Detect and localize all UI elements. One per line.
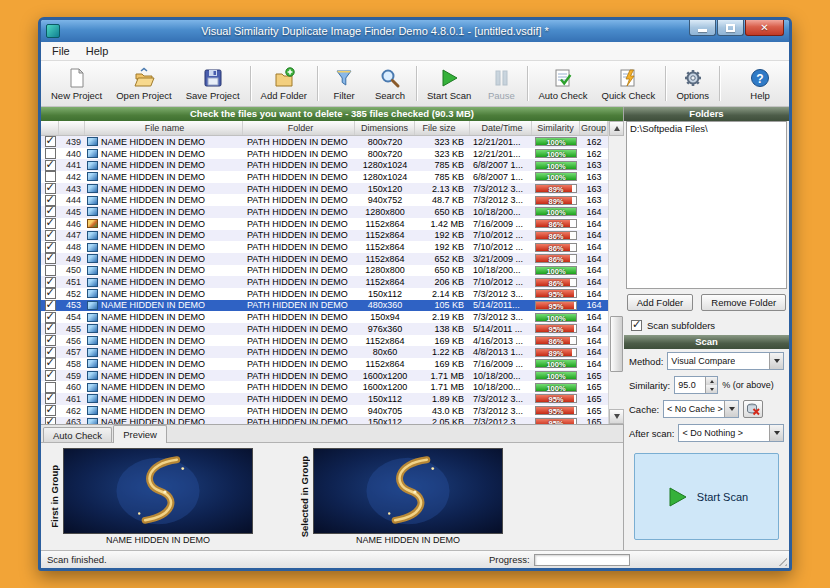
row-checkbox[interactable]	[45, 277, 56, 288]
table-row[interactable]: 450 NAME HIDDEN IN DEMO PATH HIDDEN IN D…	[41, 265, 608, 277]
auto-check-button[interactable]: Auto Check	[531, 62, 594, 105]
column-checkbox[interactable]	[41, 121, 59, 135]
row-checkbox[interactable]	[45, 347, 56, 358]
row-checkbox[interactable]	[45, 312, 56, 323]
resize-grip[interactable]	[775, 554, 787, 566]
column-index[interactable]	[59, 121, 85, 135]
column-date-time[interactable]: Date/Time	[470, 121, 532, 135]
table-row[interactable]: 441 NAME HIDDEN IN DEMO PATH HIDDEN IN D…	[41, 159, 608, 171]
row-checkbox[interactable]	[45, 171, 56, 182]
help-button[interactable]: ? Help	[737, 62, 783, 105]
save-project-button[interactable]: Save Project	[179, 62, 247, 105]
column-dimensions[interactable]: Dimensions	[355, 121, 415, 135]
chevron-down-icon[interactable]	[724, 401, 738, 417]
row-checkbox[interactable]	[45, 417, 56, 424]
table-row[interactable]: 456 NAME HIDDEN IN DEMO PATH HIDDEN IN D…	[41, 335, 608, 347]
open-project-button[interactable]: Open Project	[109, 62, 178, 105]
similarity-stepper[interactable]: 95.0	[674, 376, 718, 394]
table-row[interactable]: 442 NAME HIDDEN IN DEMO PATH HIDDEN IN D…	[41, 171, 608, 183]
row-checkbox[interactable]	[45, 206, 56, 217]
maximize-button[interactable]	[717, 20, 744, 36]
tab-auto-check[interactable]: Auto Check	[43, 427, 112, 442]
similarity-input[interactable]: 95.0	[675, 377, 705, 393]
table-row[interactable]: 462 NAME HIDDEN IN DEMO PATH HIDDEN IN D…	[41, 405, 608, 417]
start-scan-toolbar-button[interactable]: Start Scan	[420, 62, 478, 105]
table-row[interactable]: 459 NAME HIDDEN IN DEMO PATH HIDDEN IN D…	[41, 370, 608, 382]
folder-item[interactable]: D:\Softpedia Files\	[627, 122, 786, 135]
row-checkbox[interactable]	[45, 370, 56, 381]
row-checkbox[interactable]	[45, 405, 56, 416]
scrollbar-thumb[interactable]	[610, 316, 623, 372]
table-row[interactable]: 439 NAME HIDDEN IN DEMO PATH HIDDEN IN D…	[41, 136, 608, 148]
close-button[interactable]: ✕	[745, 20, 784, 36]
table-row[interactable]: 444 NAME HIDDEN IN DEMO PATH HIDDEN IN D…	[41, 194, 608, 206]
table-row[interactable]: 455 NAME HIDDEN IN DEMO PATH HIDDEN IN D…	[41, 323, 608, 335]
table-row[interactable]: 452 NAME HIDDEN IN DEMO PATH HIDDEN IN D…	[41, 288, 608, 300]
row-checkbox[interactable]	[45, 136, 56, 147]
new-project-button[interactable]: New Project	[44, 62, 109, 105]
row-checkbox[interactable]	[45, 242, 56, 253]
method-dropdown[interactable]: Visual Compare	[667, 352, 784, 370]
scan-subfolders-checkbox[interactable]	[631, 320, 642, 331]
table-row[interactable]: 440 NAME HIDDEN IN DEMO PATH HIDDEN IN D…	[41, 148, 608, 160]
start-scan-button[interactable]: Start Scan	[634, 453, 779, 540]
column-file-name[interactable]: File name	[85, 121, 243, 135]
row-checkbox[interactable]	[45, 358, 56, 369]
row-checkbox[interactable]	[45, 335, 56, 346]
table-row[interactable]: 460 NAME HIDDEN IN DEMO PATH HIDDEN IN D…	[41, 381, 608, 393]
tab-preview[interactable]: Preview	[113, 425, 167, 443]
table-row[interactable]: 458 NAME HIDDEN IN DEMO PATH HIDDEN IN D…	[41, 358, 608, 370]
folder-list[interactable]: D:\Softpedia Files\	[626, 121, 787, 289]
table-scrollbar[interactable]	[608, 121, 624, 424]
chevron-down-icon[interactable]	[769, 425, 783, 441]
row-checkbox[interactable]	[45, 288, 56, 299]
row-checkbox[interactable]	[45, 253, 56, 264]
row-checkbox[interactable]	[45, 183, 56, 194]
quick-check-button[interactable]: Quick Check	[595, 62, 663, 105]
table-row[interactable]: 451 NAME HIDDEN IN DEMO PATH HIDDEN IN D…	[41, 276, 608, 288]
scrollbar-track[interactable]	[609, 136, 624, 409]
row-checkbox[interactable]	[45, 265, 56, 276]
row-checkbox[interactable]	[45, 160, 56, 171]
chevron-down-icon[interactable]	[769, 353, 783, 369]
after-scan-dropdown[interactable]: < Do Nothing >	[678, 424, 784, 442]
search-button[interactable]: Search	[367, 62, 413, 105]
remove-folder-button[interactable]: Remove Folder	[701, 294, 786, 311]
table-row[interactable]: 443 NAME HIDDEN IN DEMO PATH HIDDEN IN D…	[41, 183, 608, 195]
column-group[interactable]: Group	[580, 121, 608, 135]
table-row[interactable]: 461 NAME HIDDEN IN DEMO PATH HIDDEN IN D…	[41, 393, 608, 405]
row-checkbox[interactable]	[45, 382, 56, 393]
minimize-button[interactable]	[689, 20, 716, 36]
table-row[interactable]: 446 NAME HIDDEN IN DEMO PATH HIDDEN IN D…	[41, 218, 608, 230]
stepper-up-button[interactable]	[706, 377, 717, 385]
column-file-size[interactable]: File size	[415, 121, 470, 135]
table-row[interactable]: 448 NAME HIDDEN IN DEMO PATH HIDDEN IN D…	[41, 241, 608, 253]
row-checkbox[interactable]	[45, 148, 56, 159]
title-bar[interactable]: Visual Similarity Duplicate Image Finder…	[41, 20, 789, 42]
options-button[interactable]: Options	[669, 62, 716, 105]
table-row[interactable]: 445 NAME HIDDEN IN DEMO PATH HIDDEN IN D…	[41, 206, 608, 218]
column-folder[interactable]: Folder	[243, 121, 355, 135]
cache-dropdown[interactable]: < No Cache >	[663, 400, 739, 418]
table-row[interactable]: 457 NAME HIDDEN IN DEMO PATH HIDDEN IN D…	[41, 346, 608, 358]
scroll-down-button[interactable]	[609, 409, 624, 424]
row-checkbox[interactable]	[45, 300, 56, 311]
stepper-down-button[interactable]	[706, 385, 717, 393]
row-checkbox[interactable]	[45, 218, 56, 229]
filter-button[interactable]: Filter	[321, 62, 367, 105]
delete-cache-button[interactable]	[743, 400, 763, 418]
row-checkbox[interactable]	[45, 393, 56, 404]
add-folder-panel-button[interactable]: Add Folder	[627, 294, 693, 311]
scroll-up-button[interactable]	[609, 121, 624, 136]
table-row[interactable]: 449 NAME HIDDEN IN DEMO PATH HIDDEN IN D…	[41, 253, 608, 265]
row-checkbox[interactable]	[45, 323, 56, 334]
row-checkbox[interactable]	[45, 195, 56, 206]
menu-file[interactable]: File	[44, 43, 78, 59]
table-row[interactable]: 454 NAME HIDDEN IN DEMO PATH HIDDEN IN D…	[41, 311, 608, 323]
add-folder-button[interactable]: Add Folder	[254, 62, 314, 105]
table-row[interactable]: 463 NAME HIDDEN IN DEMO PATH HIDDEN IN D…	[41, 417, 608, 425]
row-checkbox[interactable]	[45, 230, 56, 241]
table-row[interactable]: 453 NAME HIDDEN IN DEMO PATH HIDDEN IN D…	[41, 300, 608, 312]
menu-help[interactable]: Help	[78, 43, 117, 59]
table-row[interactable]: 447 NAME HIDDEN IN DEMO PATH HIDDEN IN D…	[41, 230, 608, 242]
